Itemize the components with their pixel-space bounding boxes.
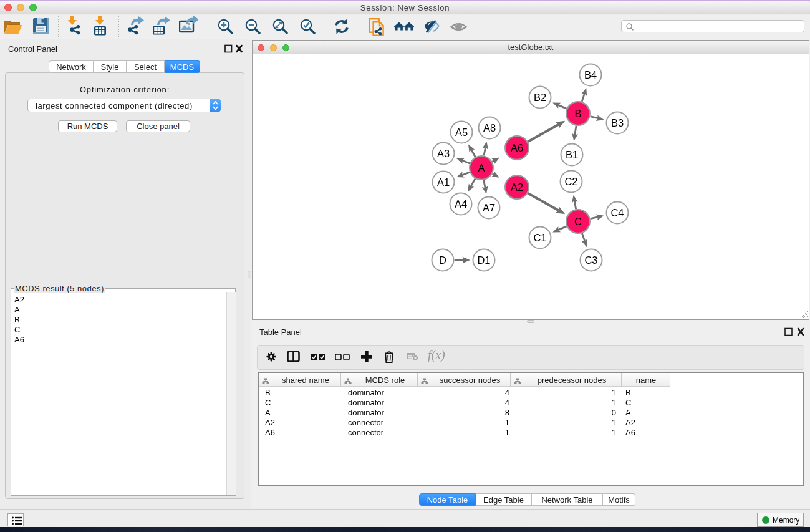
svg-text:A6: A6 <box>511 142 523 153</box>
svg-text:D: D <box>439 254 446 266</box>
svg-text:A5: A5 <box>455 127 468 138</box>
svg-text:C3: C3 <box>584 254 597 266</box>
svg-text:A7: A7 <box>483 202 495 213</box>
svg-text:C1: C1 <box>533 232 546 243</box>
svg-text:A8: A8 <box>483 122 496 133</box>
svg-text:C2: C2 <box>564 176 577 187</box>
svg-text:C4: C4 <box>610 207 624 218</box>
svg-text:D1: D1 <box>477 254 490 266</box>
svg-text:B3: B3 <box>611 117 624 128</box>
svg-text:B: B <box>574 108 581 119</box>
svg-text:A2: A2 <box>511 181 523 193</box>
svg-text:B1: B1 <box>566 149 578 160</box>
svg-text:B4: B4 <box>584 69 597 80</box>
svg-text:A: A <box>478 162 485 173</box>
svg-text:A3: A3 <box>437 148 450 159</box>
svg-text:A1: A1 <box>437 177 450 188</box>
svg-text:C: C <box>574 216 582 227</box>
svg-text:B2: B2 <box>534 92 546 103</box>
svg-text:A4: A4 <box>455 198 467 210</box>
